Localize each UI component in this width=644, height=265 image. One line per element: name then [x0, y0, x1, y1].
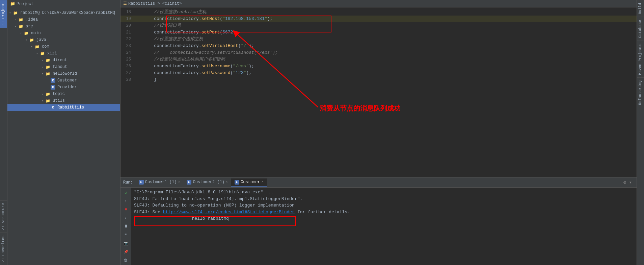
tree-label-customer: Customer	[57, 78, 77, 83]
right-panel-refactoring[interactable]: Refactoring	[637, 77, 644, 108]
tree-item-rabbitutils[interactable]: CRabbitUtils	[7, 104, 120, 111]
output-text-line1: "C:\Program Files\Java\jdk1.8.0_191\bin\…	[134, 190, 273, 195]
run-tab-close-customer[interactable]: ×	[262, 180, 264, 184]
run-tab-close-customer2[interactable]: ×	[226, 180, 228, 184]
stop-button[interactable]: ■	[122, 206, 130, 213]
run-output[interactable]: "C:\Program Files\Java\jdk1.8.0_191\bin\…	[131, 188, 637, 265]
line-content-28: }	[143, 76, 637, 83]
line-content-26: connectionFactory.setUsername("/ems");	[143, 63, 637, 70]
line-number-20: 20	[120, 22, 134, 29]
tree-item-main[interactable]: ▾📁main	[7, 30, 120, 37]
tree-arrow-direct[interactable]: ▸	[40, 57, 45, 63]
code-line-23: 23 connectionFactory.setVirtualHost("/")…	[120, 43, 637, 49]
run-toolbar: ↺ ↑ ■ ↓ ⏸ ≡ 📷 📌 🗑	[120, 188, 131, 265]
tree-arrow-rabbitmq[interactable]: ▾	[7, 10, 13, 16]
tree-item-rabbitmq[interactable]: ▾📁rabbitMQ D:\IDEA\JavaWorkSpace\rabbitM…	[7, 9, 120, 16]
tree-item-utils[interactable]: ▾📁utils	[7, 97, 120, 104]
rerun-button[interactable]: ↺	[122, 189, 130, 196]
line-number-19: 19	[120, 16, 134, 22]
tree-arrow-idea[interactable]: ▸	[13, 17, 18, 22]
output-line-line5: ======================hello rabbitmq	[134, 215, 634, 222]
output-text-line2: SLF4J: Failed to load class "org.slf4j.i…	[134, 196, 302, 201]
tree-label-utils: utils	[53, 98, 65, 103]
right-panel-database[interactable]: Database	[637, 17, 644, 41]
line-number-22: 22	[120, 36, 134, 43]
tree-arrow-utils[interactable]: ▾	[40, 98, 45, 103]
run-tab-label-customer2: Customer2 (1)	[193, 180, 224, 185]
code-line-20: 20 //设置端口号	[120, 22, 637, 29]
line-number-18: 18	[120, 9, 134, 16]
tree-arrow-src[interactable]: ▾	[13, 24, 18, 29]
right-panel-build[interactable]: Build	[637, 0, 644, 17]
tree-icon-java: 📁	[29, 37, 34, 43]
tree-item-customer[interactable]: CCustomer	[7, 77, 120, 84]
remove-tab-button[interactable]: 🗑	[122, 257, 130, 264]
run-tab-customer[interactable]: ▶ Customer ×	[231, 178, 267, 187]
left-tab-favorites[interactable]: 2: Favorites	[0, 233, 7, 265]
line-content-21: connectionFactory.setPort(5672);	[143, 29, 637, 36]
output-text-line3: SLF4J: Defaulting to no-operation (NOP) …	[134, 203, 295, 208]
tree-arrow-com[interactable]: ▾	[29, 44, 34, 49]
tree-label-src: src	[26, 24, 33, 29]
line-number-26: 26	[120, 63, 134, 70]
tree-item-fanout[interactable]: ▸📁fanout	[7, 64, 120, 70]
tree-item-src[interactable]: ▾📁src	[7, 23, 120, 30]
pin-tab-button[interactable]: 📌	[122, 248, 130, 255]
line-number-28: 28	[120, 76, 134, 83]
tree-item-direct[interactable]: ▸📁direct	[7, 57, 120, 64]
run-tab-customer2[interactable]: ▶ Customer2 (1) ×	[183, 178, 231, 187]
tree-item-helloworld[interactable]: ▾📁helloworld	[7, 70, 120, 77]
output-text-line5: ======================hello rabbitmq	[134, 216, 229, 221]
project-tree[interactable]: ▾📁rabbitMQ D:\IDEA\JavaWorkSpace\rabbitM…	[7, 8, 120, 265]
tree-icon-fanout: 📁	[45, 64, 51, 70]
tree-label-idea: .idea	[26, 17, 38, 22]
code-line-21: 21 connectionFactory.setPort(5672);	[120, 29, 637, 36]
run-tab-close-customer1[interactable]: ×	[178, 180, 180, 184]
sidebar-title: Project	[17, 2, 33, 6]
tree-label-java: java	[36, 38, 46, 42]
tree-item-java[interactable]: ▾📁java	[7, 37, 120, 43]
tree-icon-xizi: 📁	[40, 51, 45, 56]
snapshot-button[interactable]: 📷	[122, 240, 130, 247]
output-line-line3: SLF4J: Defaulting to no-operation (NOP) …	[134, 202, 634, 209]
pause-button[interactable]: ⏸	[122, 223, 130, 230]
comment-text: //设置访问虚拟主机的用户名和密码	[143, 57, 225, 62]
tree-label-provider: Provider	[57, 85, 77, 90]
tree-item-idea[interactable]: ▸📁.idea	[7, 16, 120, 23]
right-panel-maven[interactable]: Maven Projects	[637, 41, 644, 77]
tree-icon-direct: 📁	[45, 57, 51, 63]
tree-item-provider[interactable]: CProvider	[7, 84, 120, 91]
line-content-23: connectionFactory.setVirtualHost("/");	[143, 43, 637, 49]
code-line-24: 24 // connectionFactory.setVirtualHost("…	[120, 49, 637, 56]
tree-item-com[interactable]: ▾📁com	[7, 43, 120, 50]
gutter-21	[137, 29, 143, 36]
tree-arrow-helloworld[interactable]: ▾	[40, 71, 45, 76]
line-content-24: // connectionFactory.setVirtualHost("/em…	[143, 49, 637, 56]
tree-arrow-main[interactable]: ▾	[18, 30, 24, 36]
scroll-down-button[interactable]: ↓	[122, 214, 130, 221]
tree-icon-main: 📁	[24, 30, 29, 36]
line-number-23: 23	[120, 43, 134, 49]
tree-label-direct: direct	[53, 58, 67, 63]
tree-item-xizi[interactable]: ▾📁xizi	[7, 50, 120, 57]
output-link-line4[interactable]: http://www.slf4j.org/codes.html#StaticLo…	[163, 210, 295, 215]
run-tab-customer1[interactable]: ▶ Customer1 (1) ×	[136, 178, 184, 187]
dump-threads-button[interactable]: ≡	[122, 231, 130, 238]
tree-icon-idea: 📁	[18, 17, 24, 22]
tree-item-topic[interactable]: ▸📁topic	[7, 91, 120, 97]
left-tab-project[interactable]: 1: Project	[0, 0, 7, 28]
tree-arrow-xizi[interactable]: ▾	[34, 51, 40, 56]
tree-arrow-java[interactable]: ▾	[24, 37, 29, 43]
tree-icon-com: 📁	[34, 44, 40, 49]
code-area[interactable]: 18 //设置连接rabbitmq主机 19 connectionFactory…	[120, 7, 637, 177]
run-settings-button[interactable]: ⚙ ▾	[621, 179, 634, 186]
comment-text: //设置端口号	[143, 23, 181, 28]
run-tab-icon-customer: ▶	[235, 180, 239, 185]
line-number-21: 21	[120, 29, 134, 36]
tree-arrow-fanout[interactable]: ▸	[40, 64, 45, 70]
tree-label-fanout: fanout	[53, 65, 67, 69]
tree-arrow-topic[interactable]: ▸	[40, 91, 45, 97]
left-tab-structure[interactable]: Z: Structure	[0, 200, 7, 233]
run-label: Run:	[123, 180, 133, 185]
scroll-up-button[interactable]: ↑	[122, 197, 130, 204]
